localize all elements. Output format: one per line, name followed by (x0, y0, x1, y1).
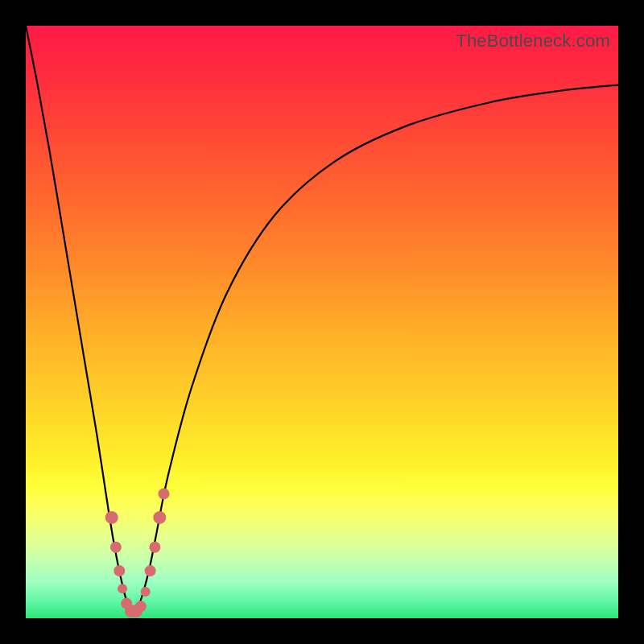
bottleneck-curve (26, 26, 618, 613)
curve-marker (149, 542, 160, 553)
curve-marker (110, 542, 122, 553)
curve-marker (135, 601, 147, 612)
plot-area: TheBottleneck.com (26, 26, 618, 618)
curve-layer (26, 26, 618, 618)
curve-marker (105, 511, 118, 524)
curve-marker (114, 565, 125, 576)
watermark-text: TheBottleneck.com (456, 31, 610, 52)
curve-marker (159, 488, 170, 499)
curve-marker (153, 511, 166, 524)
curve-marker (141, 587, 151, 597)
curve-marker (145, 565, 156, 576)
chart-frame: TheBottleneck.com (0, 0, 644, 644)
curve-marker (118, 584, 127, 593)
